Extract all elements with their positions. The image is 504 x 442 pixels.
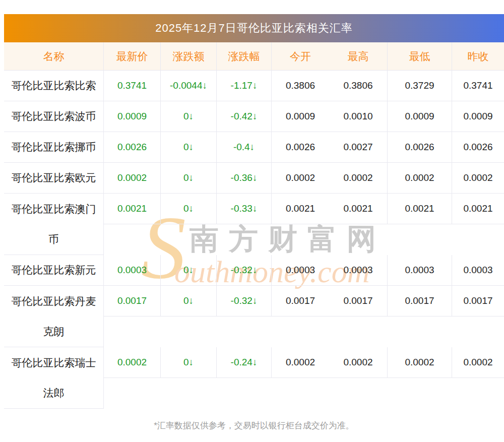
latest-price-value: 0.0017 xyxy=(104,286,160,316)
high-price-value: 0.0010 xyxy=(329,101,387,132)
latest-price-value: 0.0009 xyxy=(104,101,160,132)
prev-close-value: 0.0017 xyxy=(452,286,504,316)
latest-price-value: 0.3741 xyxy=(104,71,160,101)
prev-close-value: 0.0002 xyxy=(452,347,504,377)
column-header-1: 最新价 xyxy=(104,42,160,70)
change-percent-value: -0.33↓ xyxy=(216,194,271,224)
column-header-0: 名称 xyxy=(4,42,104,70)
column-header-6: 最低 xyxy=(387,42,452,70)
row-values-strip: 0.00090↓-0.42↓0.00090.00100.00090.0009 xyxy=(104,101,504,132)
high-price-value: 0.0002 xyxy=(329,347,387,377)
open-price-value: 0.3806 xyxy=(271,71,329,101)
low-price-value: 0.0002 xyxy=(387,163,452,193)
change-percent-value: -0.32↓ xyxy=(216,286,271,316)
high-price-value: 0.3806 xyxy=(329,71,387,101)
low-price-value: 0.0021 xyxy=(387,194,452,224)
prev-close-value: 0.0002 xyxy=(452,163,504,193)
prev-close-value: 0.0026 xyxy=(452,132,504,162)
currency-pair-name: 哥伦比亚比索丹麦克朗 xyxy=(4,286,104,347)
change-amount-value: 0↓ xyxy=(160,255,216,285)
table-row: 哥伦比亚比索挪币0.00260↓-0.4↓0.00260.00270.00260… xyxy=(4,132,504,163)
currency-pair-name: 哥伦比亚比索澳门币 xyxy=(4,194,104,255)
latest-price-value: 0.0003 xyxy=(104,255,160,285)
table-row: 哥伦比亚比索波币0.00090↓-0.42↓0.00090.00100.0009… xyxy=(4,101,504,132)
table-row: 哥伦比亚比索新元0.00030↓-0.32↓0.00030.00030.0003… xyxy=(4,255,504,286)
latest-price-value: 0.0002 xyxy=(104,347,160,377)
column-header-2: 涨跌额 xyxy=(160,42,216,70)
currency-pair-name: 哥伦比亚比索挪币 xyxy=(4,132,104,163)
low-price-value: 0.0009 xyxy=(387,101,452,132)
currency-pair-name-line: 哥伦比亚比索新元 xyxy=(4,255,103,285)
table-body: 哥伦比亚比索比索0.3741-0.0044↓-1.17↓0.38060.3806… xyxy=(4,71,504,409)
table-row: 哥伦比亚比索比索0.3741-0.0044↓-1.17↓0.38060.3806… xyxy=(4,71,504,101)
currency-pair-name-line: 哥伦比亚比索波币 xyxy=(4,101,103,132)
row-values-strip: 0.00020↓-0.36↓0.00020.00020.00020.0002 xyxy=(104,163,504,194)
exchange-rate-table: S 南方财富网 outhmoney.com 名称最新价涨跌额涨跌幅今开最高最低昨… xyxy=(4,42,504,409)
currency-pair-name-line: 法郎 xyxy=(4,378,103,408)
row-values-strip: 0.00210↓-0.33↓0.00210.00210.00210.0021 xyxy=(104,194,504,224)
low-price-value: 0.0003 xyxy=(387,255,452,285)
change-amount-value: 0↓ xyxy=(160,101,216,132)
high-price-value: 0.0002 xyxy=(329,163,387,193)
row-values-strip: 0.3741-0.0044↓-1.17↓0.38060.38060.37290.… xyxy=(104,71,504,101)
open-price-value: 0.0017 xyxy=(271,286,329,316)
table-row: 哥伦比亚比索丹麦克朗0.00170↓-0.32↓0.00170.00170.00… xyxy=(4,286,504,347)
currency-pair-name-line: 哥伦比亚比索欧元 xyxy=(4,163,103,193)
rate-table-page: 2025年12月7日哥伦比亚比索相关汇率 S 南方财富网 outhmoney.c… xyxy=(4,14,504,431)
open-price-value: 0.0002 xyxy=(271,347,329,377)
change-amount-value: 0↓ xyxy=(160,163,216,193)
row-values-strip: 0.00020↓-0.24↓0.00020.00020.00020.0002 xyxy=(104,347,504,378)
change-percent-value: -1.17↓ xyxy=(216,71,271,101)
currency-pair-name-line: 哥伦比亚比索比索 xyxy=(4,71,103,101)
high-price-value: 0.0021 xyxy=(329,194,387,224)
low-price-value: 0.0026 xyxy=(387,132,452,162)
latest-price-value: 0.0026 xyxy=(104,132,160,162)
change-amount-value: 0↓ xyxy=(160,286,216,316)
column-header-4: 今开 xyxy=(271,42,329,70)
change-percent-value: -0.42↓ xyxy=(216,101,271,132)
change-percent-value: -0.4↓ xyxy=(216,132,271,162)
currency-pair-name: 哥伦比亚比索波币 xyxy=(4,101,104,132)
change-percent-value: -0.24↓ xyxy=(216,347,271,377)
change-amount-value: 0↓ xyxy=(160,194,216,224)
change-percent-value: -0.32↓ xyxy=(216,255,271,285)
currency-pair-name-line: 哥伦比亚比索丹麦 xyxy=(4,286,103,317)
row-values-strip: 0.00170↓-0.32↓0.00170.00170.00170.0017 xyxy=(104,286,504,317)
open-price-value: 0.0021 xyxy=(271,194,329,224)
prev-close-value: 0.0003 xyxy=(452,255,504,285)
high-price-value: 0.0017 xyxy=(329,286,387,316)
prev-close-value: 0.3741 xyxy=(452,71,504,101)
low-price-value: 0.0002 xyxy=(387,347,452,377)
open-price-value: 0.0009 xyxy=(271,101,329,132)
table-header-row: 名称最新价涨跌额涨跌幅今开最高最低昨收 xyxy=(4,42,504,71)
low-price-value: 0.3729 xyxy=(387,71,452,101)
disclaimer-note: *汇率数据仅供参考，交易时以银行柜台成交价为准。 xyxy=(4,420,504,431)
table-row: 哥伦比亚比索澳门币0.00210↓-0.33↓0.00210.00210.002… xyxy=(4,194,504,255)
change-amount-value: -0.0044↓ xyxy=(160,71,216,101)
high-price-value: 0.0027 xyxy=(329,132,387,162)
low-price-value: 0.0017 xyxy=(387,286,452,316)
latest-price-value: 0.0021 xyxy=(104,194,160,224)
currency-pair-name-line: 币 xyxy=(4,224,103,255)
change-percent-value: -0.36↓ xyxy=(216,163,271,193)
currency-pair-name-line: 哥伦比亚比索澳门 xyxy=(4,194,103,224)
table-row: 哥伦比亚比索欧元0.00020↓-0.36↓0.00020.00020.0002… xyxy=(4,163,504,194)
column-header-5: 最高 xyxy=(329,42,387,70)
open-price-value: 0.0003 xyxy=(271,255,329,285)
currency-pair-name: 哥伦比亚比索新元 xyxy=(4,255,104,286)
prev-close-value: 0.0009 xyxy=(452,101,504,132)
page-title: 2025年12月7日哥伦比亚比索相关汇率 xyxy=(155,21,353,36)
change-amount-value: 0↓ xyxy=(160,132,216,162)
currency-pair-name-line: 哥伦比亚比索瑞士 xyxy=(4,348,103,378)
row-values-strip: 0.00030↓-0.32↓0.00030.00030.00030.0003 xyxy=(104,255,504,286)
table-row: 哥伦比亚比索瑞士法郎0.00020↓-0.24↓0.00020.00020.00… xyxy=(4,347,504,409)
table-title-bar: 2025年12月7日哥伦比亚比索相关汇率 xyxy=(4,14,504,42)
currency-pair-name-line: 哥伦比亚比索挪币 xyxy=(4,132,103,162)
column-header-7: 昨收 xyxy=(452,42,504,70)
high-price-value: 0.0003 xyxy=(329,255,387,285)
prev-close-value: 0.0021 xyxy=(452,194,504,224)
change-amount-value: 0↓ xyxy=(160,347,216,377)
row-values-strip: 0.00260↓-0.4↓0.00260.00270.00260.0026 xyxy=(104,132,504,163)
open-price-value: 0.0002 xyxy=(271,163,329,193)
currency-pair-name: 哥伦比亚比索比索 xyxy=(4,71,104,101)
